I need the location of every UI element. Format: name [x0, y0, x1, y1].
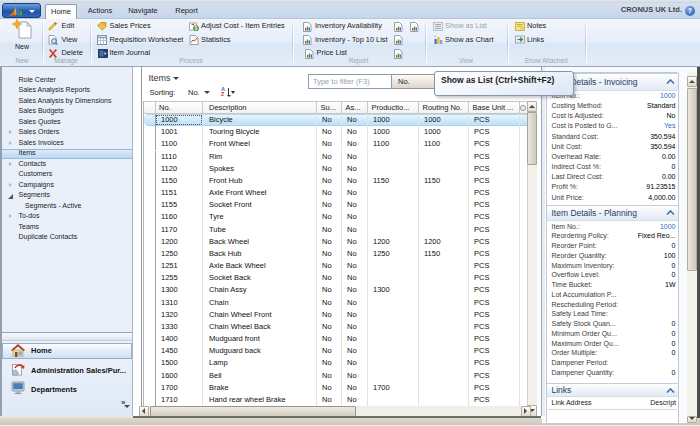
svg-text:$: $: [195, 25, 198, 31]
